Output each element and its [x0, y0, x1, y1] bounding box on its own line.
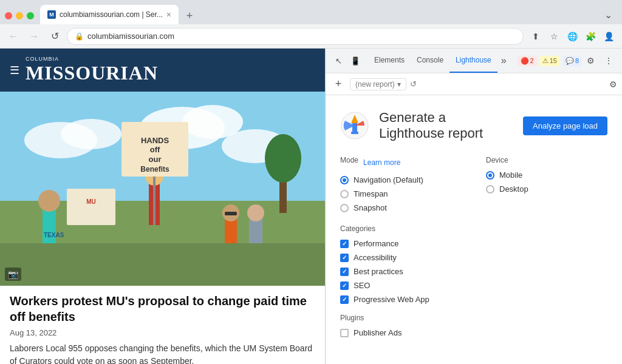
categories-section: Categories Performance Accessibility Bes… — [340, 224, 607, 304]
lighthouse-title: Generate a Lighthouse report — [379, 110, 513, 141]
plugins-section: Plugins Publisher Ads — [340, 314, 607, 337]
svg-text:TEXAS: TEXAS — [44, 232, 64, 238]
device-desktop-radio[interactable] — [486, 185, 494, 194]
categories-label: Categories — [340, 224, 607, 233]
devtools-device-icon[interactable]: 📱 — [347, 53, 363, 69]
profile-icon[interactable]: 👤 — [600, 28, 617, 45]
svg-rect-18 — [153, 177, 156, 225]
devtools-more-icon[interactable]: ⋮ — [600, 52, 617, 69]
svg-rect-29 — [0, 243, 325, 286]
mode-navigation-radio[interactable] — [340, 176, 349, 184]
svg-rect-32 — [352, 123, 357, 132]
category-pwa-checkbox[interactable] — [340, 295, 349, 304]
tab-lighthouse[interactable]: Lighthouse — [449, 49, 497, 73]
mode-radio-group: Navigation (Default) Timespan Snapshot — [340, 175, 462, 212]
mode-snapshot[interactable]: Snapshot — [340, 203, 462, 212]
new-tab-button[interactable]: + — [181, 7, 198, 24]
logo-columbia: COLUMBIA — [26, 56, 158, 62]
camera-icon: 📷 — [5, 268, 21, 281]
device-mobile-radio[interactable] — [486, 171, 494, 180]
lock-icon: 🔒 — [75, 32, 84, 41]
svg-rect-27 — [67, 189, 115, 225]
category-best-practices[interactable]: Best practices — [340, 267, 607, 276]
plugin-publisher-ads[interactable]: Publisher Ads — [340, 328, 607, 337]
address-bar[interactable]: 🔒 columbiamissourian.com — [67, 28, 524, 45]
site-logo: COLUMBIA MISSOURIAN — [26, 56, 158, 84]
svg-text:off: off — [150, 145, 160, 154]
reload-button[interactable]: ↺ — [46, 28, 63, 45]
svg-point-26 — [247, 204, 264, 221]
translate-icon[interactable]: 🌐 — [564, 28, 581, 45]
message-icon: 💬 — [566, 57, 574, 65]
error-icon: 🔴 — [521, 57, 529, 65]
analyze-page-load-button[interactable]: Analyze page load — [523, 116, 607, 135]
mode-navigation[interactable]: Navigation (Default) — [340, 175, 462, 184]
report-placeholder: (new report) — [355, 80, 395, 89]
category-seo[interactable]: SEO — [340, 281, 607, 290]
categories-checkbox-group: Performance Accessibility Best practices… — [340, 239, 607, 304]
mode-snapshot-radio[interactable] — [340, 204, 349, 212]
dropdown-arrow-icon: ▾ — [397, 80, 401, 89]
new-report-add-button[interactable]: + — [330, 76, 346, 92]
error-badge: 🔴 2 — [518, 56, 537, 66]
plugins-label: Plugins — [340, 314, 607, 322]
article-content: Workers protest MU's proposal to change … — [0, 286, 325, 364]
category-accessibility-checkbox[interactable] — [340, 254, 349, 262]
devtools-settings-icon[interactable]: ⚙ — [582, 52, 599, 69]
traffic-light-green[interactable] — [27, 12, 34, 19]
device-desktop[interactable]: Desktop — [486, 184, 607, 194]
warning-count: 15 — [550, 57, 557, 64]
devtools-more-tabs[interactable]: » — [497, 55, 510, 66]
traffic-light-red[interactable] — [5, 12, 12, 19]
devtools-cursor-icon[interactable]: ↖ — [330, 53, 346, 69]
tab-elements[interactable]: Elements — [368, 49, 411, 73]
plugins-checkbox-group: Publisher Ads — [340, 328, 607, 337]
learn-more-link[interactable]: Learn more — [363, 158, 400, 167]
site-header: ☰ COLUMBIA MISSOURIAN — [0, 49, 325, 92]
tab-close-button[interactable]: × — [166, 10, 171, 19]
plugin-publisher-ads-checkbox[interactable] — [340, 329, 349, 337]
svg-rect-33 — [351, 132, 358, 134]
hamburger-menu[interactable]: ☰ — [10, 64, 19, 77]
svg-point-20 — [38, 190, 60, 212]
warning-badge: ⚠ 15 — [539, 56, 560, 66]
mode-timespan[interactable]: Timespan — [340, 189, 462, 198]
tab-console[interactable]: Console — [411, 49, 449, 73]
report-dropdown[interactable]: (new report) ▾ — [350, 78, 406, 90]
extensions-icon[interactable]: 🧩 — [582, 28, 599, 45]
category-accessibility[interactable]: Accessibility — [340, 253, 607, 262]
lighthouse-content: Generate a Lighthouse report Analyze pag… — [326, 95, 622, 364]
bookmark-icon[interactable]: ☆ — [545, 28, 562, 45]
tab-favicon: M — [47, 10, 56, 19]
article-title: Workers protest MU's proposal to change … — [10, 293, 315, 325]
svg-text:HANDS: HANDS — [141, 136, 169, 145]
traffic-light-yellow[interactable] — [16, 12, 23, 19]
lighthouse-settings-icon[interactable]: ⚙ — [609, 79, 617, 89]
category-seo-checkbox[interactable] — [340, 281, 349, 290]
device-label: Device — [486, 156, 607, 164]
device-radio-group: Mobile Desktop — [486, 170, 607, 194]
category-pwa[interactable]: Progressive Web App — [340, 295, 607, 304]
lighthouse-logo — [340, 111, 369, 140]
svg-text:our: our — [149, 155, 162, 164]
mode-label: Mode — [340, 156, 358, 164]
device-mobile[interactable]: Mobile — [486, 170, 607, 180]
category-performance[interactable]: Performance — [340, 239, 607, 248]
category-performance-checkbox[interactable] — [340, 240, 349, 248]
mode-timespan-radio[interactable] — [340, 190, 349, 198]
svg-point-3 — [61, 119, 121, 149]
forward-button[interactable]: → — [26, 28, 43, 45]
reload-report-icon[interactable]: ↺ — [410, 79, 417, 89]
article-date: Aug 13, 2022 — [10, 328, 315, 337]
share-icon[interactable]: ⬆ — [527, 28, 544, 45]
svg-text:MU: MU — [86, 198, 96, 205]
article-image: HANDS off our Benefits TEXAS — [0, 92, 325, 286]
category-best-practices-checkbox[interactable] — [340, 268, 349, 276]
address-text: columbiamissourian.com — [87, 32, 174, 41]
back-button[interactable]: ← — [5, 28, 22, 45]
message-count: 8 — [575, 57, 579, 64]
logo-missourian: MISSOURIAN — [26, 62, 158, 84]
svg-rect-24 — [225, 212, 237, 215]
browser-tab[interactable]: M columbiamissourian.com | Ser... × — [40, 5, 179, 24]
website-panel: ☰ COLUMBIA MISSOURIAN — [0, 49, 325, 364]
